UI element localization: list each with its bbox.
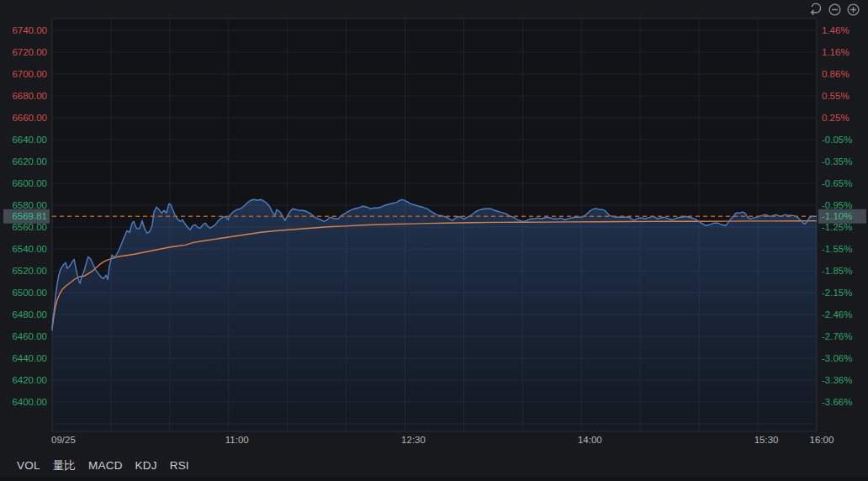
tab-macd[interactable]: MACD (88, 457, 123, 473)
indicator-tabs: VOL 量比 MACD KDJ RSI (17, 457, 189, 473)
intraday-chart[interactable]: 6740.001.46%6720.001.16%6700.000.86%6680… (0, 0, 868, 481)
percent-axis-label: -3.36% (822, 375, 852, 385)
time-axis-label: 09/25 (51, 435, 76, 445)
percent-axis-label: -0.65% (822, 178, 852, 188)
percent-axis-label: 1.46% (822, 25, 849, 35)
chart-toolbar (808, 2, 861, 18)
price-axis-label: 6740.00 (12, 25, 47, 35)
tab-rsi[interactable]: RSI (170, 457, 189, 473)
current-price-tag: 6569.81 (12, 211, 47, 221)
price-axis-label: 6480.00 (12, 309, 47, 320)
price-axis-label: 6600.00 (12, 178, 47, 188)
percent-axis-label: -0.35% (822, 156, 852, 166)
tab-volume-ratio[interactable]: 量比 (53, 457, 76, 473)
price-axis-label: 6640.00 (12, 135, 47, 145)
price-axis-label: 6720.00 (12, 47, 47, 57)
percent-axis-label: -2.46% (822, 309, 852, 320)
percent-axis-label: -0.95% (822, 200, 852, 210)
bottom-edge (0, 477, 868, 481)
price-axis-label: 6540.00 (12, 244, 47, 254)
undo-icon[interactable] (808, 2, 824, 18)
price-axis-label: 6400.00 (12, 397, 47, 407)
price-axis-label: 6500.00 (12, 288, 47, 298)
percent-axis-label: -3.06% (822, 353, 852, 363)
price-axis-label: 6580.00 (12, 200, 47, 210)
percent-axis-label: 0.55% (822, 91, 849, 101)
time-axis-label: 15:30 (754, 435, 779, 445)
zoom-in-icon[interactable] (845, 2, 861, 18)
time-axis-label: 16:00 (810, 435, 834, 445)
percent-axis-label: -1.85% (822, 266, 852, 276)
price-axis-label: 6620.00 (12, 156, 47, 166)
percent-axis-label: -2.76% (822, 331, 852, 341)
price-area-fill (52, 199, 817, 431)
tab-vol[interactable]: VOL (17, 457, 40, 473)
time-axis-label: 12:30 (401, 435, 426, 445)
percent-axis-label: 0.86% (822, 69, 849, 79)
time-axis-label: 14:00 (578, 435, 602, 445)
percent-axis-label: -2.15% (822, 288, 852, 298)
time-axis-label: 11:00 (225, 435, 249, 445)
percent-axis-label: -3.66% (822, 397, 852, 407)
percent-axis-label: 0.25% (822, 113, 849, 123)
zoom-out-icon[interactable] (827, 2, 843, 18)
price-axis-label: 6460.00 (12, 331, 47, 341)
percent-axis-label: 1.16% (822, 47, 849, 57)
current-percent-tag: -1.10% (822, 211, 852, 221)
percent-axis-label: -0.05% (822, 135, 852, 145)
tab-kdj[interactable]: KDJ (135, 457, 157, 473)
price-axis-label: 6680.00 (12, 91, 47, 101)
price-axis-label: 6440.00 (12, 353, 47, 363)
percent-axis-label: -1.55% (822, 244, 852, 254)
price-axis-label: 6700.00 (12, 69, 47, 79)
price-axis-label: 6420.00 (12, 375, 47, 385)
price-axis-label: 6660.00 (12, 113, 47, 123)
intraday-chart-panel: 6740.001.46%6720.001.16%6700.000.86%6680… (0, 0, 868, 481)
price-axis-label: 6520.00 (12, 266, 47, 276)
